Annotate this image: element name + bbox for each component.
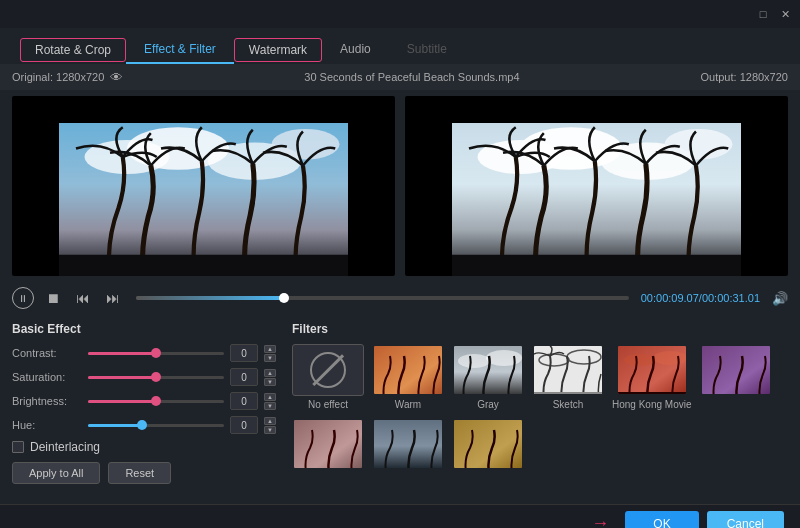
svg-point-4 bbox=[272, 129, 340, 160]
tab-effect-filter[interactable]: Effect & Filter bbox=[126, 36, 234, 64]
contrast-value: 0 bbox=[230, 344, 258, 362]
close-button[interactable]: ✕ bbox=[778, 7, 792, 21]
filter-item-row2-2[interactable] bbox=[292, 418, 364, 473]
brightness-slider[interactable] bbox=[88, 394, 224, 408]
hue-spinner[interactable]: ▲ ▼ bbox=[264, 417, 276, 434]
contrast-row: Contrast: 0 ▲ ▼ bbox=[12, 344, 276, 362]
basic-effect-title: Basic Effect bbox=[12, 322, 276, 336]
basic-effect-panel: Basic Effect Contrast: 0 ▲ ▼ Saturation: bbox=[12, 322, 292, 496]
svg-rect-23 bbox=[618, 392, 688, 396]
controls-bar: ⏸ ⏹ ⏮ ⏭ 00:00:09.07/00:00:31.01 🔊 bbox=[0, 282, 800, 314]
hue-value: 0 bbox=[230, 416, 258, 434]
deinterlace-checkbox[interactable] bbox=[12, 441, 24, 453]
tab-audio[interactable]: Audio bbox=[322, 36, 389, 64]
filter-item-sketch[interactable]: Sketch bbox=[532, 344, 604, 410]
bottom-bar: → OK Cancel bbox=[0, 504, 800, 528]
filter-thumb-row2-3 bbox=[372, 418, 444, 470]
progress-bar[interactable] bbox=[136, 296, 629, 300]
hue-down[interactable]: ▼ bbox=[264, 426, 276, 434]
no-effect-icon bbox=[310, 352, 346, 388]
filter-thumb-row2-2 bbox=[292, 418, 364, 470]
brightness-label: Brightness: bbox=[12, 395, 82, 407]
filter-item-no-effect[interactable]: No effect bbox=[292, 344, 364, 410]
filter-thumb-gray bbox=[452, 344, 524, 396]
deinterlace-label: Deinterlacing bbox=[30, 440, 100, 454]
hue-up[interactable]: ▲ bbox=[264, 417, 276, 425]
saturation-down[interactable]: ▼ bbox=[264, 378, 276, 386]
brightness-spinner[interactable]: ▲ ▼ bbox=[264, 393, 276, 410]
svg-point-21 bbox=[624, 354, 656, 366]
filter-item-gray[interactable]: Gray bbox=[452, 344, 524, 410]
hue-label: Hue: bbox=[12, 419, 82, 431]
contrast-up[interactable]: ▲ bbox=[264, 345, 276, 353]
filter-item-hk[interactable]: Hong Kong Movie bbox=[612, 344, 692, 410]
deinterlace-row[interactable]: Deinterlacing bbox=[12, 440, 276, 454]
contrast-spinner[interactable]: ▲ ▼ bbox=[264, 345, 276, 362]
filter-label-no-effect: No effect bbox=[308, 399, 348, 410]
hue-slider[interactable] bbox=[88, 418, 224, 432]
ok-button[interactable]: OK bbox=[625, 511, 698, 529]
main-content: Basic Effect Contrast: 0 ▲ ▼ Saturation: bbox=[0, 314, 800, 504]
filter-item-row2-3[interactable] bbox=[372, 418, 444, 473]
saturation-label: Saturation: bbox=[12, 371, 82, 383]
title-bar: □ ✕ bbox=[0, 0, 800, 28]
stop-button[interactable]: ⏹ bbox=[42, 287, 64, 309]
tabs-row: Rotate & Crop Effect & Filter Watermark … bbox=[0, 28, 800, 64]
svg-rect-19 bbox=[534, 392, 604, 396]
time-display: 00:00:09.07/00:00:31.01 bbox=[641, 292, 760, 304]
prev-frame-button[interactable]: ⏮ bbox=[72, 287, 94, 309]
eye-icon[interactable]: 👁 bbox=[110, 70, 123, 85]
svg-point-14 bbox=[458, 354, 490, 368]
saturation-row: Saturation: 0 ▲ ▼ bbox=[12, 368, 276, 386]
filter-item-row2-4[interactable] bbox=[452, 418, 524, 473]
tab-rotate-crop[interactable]: Rotate & Crop bbox=[20, 38, 126, 62]
progress-thumb bbox=[279, 293, 289, 303]
apply-to-all-button[interactable]: Apply to All bbox=[12, 462, 100, 484]
filter-item-warm[interactable]: Warm bbox=[372, 344, 444, 410]
next-frame-button[interactable]: ⏭ bbox=[102, 287, 124, 309]
svg-point-15 bbox=[486, 350, 522, 366]
filter-label-gray: Gray bbox=[477, 399, 499, 410]
filter-label-hk: Hong Kong Movie bbox=[612, 399, 692, 410]
filename-display: 30 Seconds of Peaceful Beach Sounds.mp4 bbox=[304, 71, 519, 83]
saturation-slider[interactable] bbox=[88, 370, 224, 384]
brightness-value: 0 bbox=[230, 392, 258, 410]
filters-grid: No effect Warm bbox=[292, 344, 788, 473]
cancel-button[interactable]: Cancel bbox=[707, 511, 784, 529]
minimize-button[interactable]: □ bbox=[756, 7, 770, 21]
brightness-down[interactable]: ▼ bbox=[264, 402, 276, 410]
brightness-row: Brightness: 0 ▲ ▼ bbox=[12, 392, 276, 410]
info-bar: Original: 1280x720 👁 30 Seconds of Peace… bbox=[0, 64, 800, 90]
video-area bbox=[0, 90, 800, 282]
action-buttons: Apply to All Reset bbox=[12, 462, 276, 484]
filter-label-sketch: Sketch bbox=[553, 399, 584, 410]
filters-panel: Filters No effect bbox=[292, 322, 788, 496]
filter-thumb-row2-4 bbox=[452, 418, 524, 470]
contrast-slider[interactable] bbox=[88, 346, 224, 360]
volume-icon[interactable]: 🔊 bbox=[772, 291, 788, 306]
pause-button[interactable]: ⏸ bbox=[12, 287, 34, 309]
svg-rect-11 bbox=[452, 255, 741, 276]
original-resolution: Original: 1280x720 bbox=[12, 71, 104, 83]
saturation-up[interactable]: ▲ bbox=[264, 369, 276, 377]
saturation-spinner[interactable]: ▲ ▼ bbox=[264, 369, 276, 386]
svg-point-10 bbox=[665, 129, 733, 160]
filter-item-row2-1[interactable] bbox=[700, 344, 772, 410]
arrow-indicator: → bbox=[591, 513, 609, 528]
filter-label-warm: Warm bbox=[395, 399, 421, 410]
contrast-down[interactable]: ▼ bbox=[264, 354, 276, 362]
saturation-value: 0 bbox=[230, 368, 258, 386]
filter-thumb-warm bbox=[372, 344, 444, 396]
svg-rect-5 bbox=[59, 255, 348, 276]
progress-fill bbox=[136, 296, 284, 300]
contrast-label: Contrast: bbox=[12, 347, 82, 359]
filter-thumb-row2-1 bbox=[700, 344, 772, 396]
brightness-up[interactable]: ▲ bbox=[264, 393, 276, 401]
output-resolution: Output: 1280x720 bbox=[701, 71, 788, 83]
filter-thumb-hk bbox=[616, 344, 688, 396]
tab-watermark[interactable]: Watermark bbox=[234, 38, 322, 62]
hue-row: Hue: 0 ▲ ▼ bbox=[12, 416, 276, 434]
svg-point-22 bbox=[653, 351, 687, 365]
original-preview bbox=[12, 96, 395, 276]
reset-button[interactable]: Reset bbox=[108, 462, 171, 484]
